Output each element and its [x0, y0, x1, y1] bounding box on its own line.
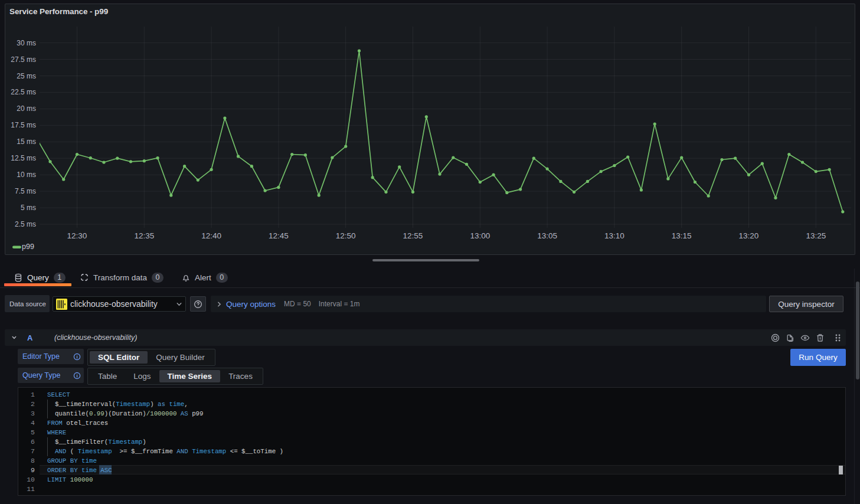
svg-text:7.5 ms: 7.5 ms — [15, 187, 36, 195]
svg-text:12:30: 12:30 — [67, 231, 87, 240]
svg-text:12:35: 12:35 — [134, 231, 154, 240]
svg-text:12:40: 12:40 — [201, 231, 221, 240]
svg-text:30 ms: 30 ms — [17, 39, 36, 47]
svg-text:17.5 ms: 17.5 ms — [11, 121, 36, 129]
svg-text:2.5 ms: 2.5 ms — [15, 220, 36, 228]
svg-text:5 ms: 5 ms — [21, 204, 36, 212]
svg-text:12:50: 12:50 — [336, 231, 356, 240]
svg-text:22.5 ms: 22.5 ms — [11, 88, 36, 96]
svg-text:13:00: 13:00 — [470, 231, 490, 240]
svg-text:10 ms: 10 ms — [17, 171, 36, 179]
svg-text:12:55: 12:55 — [403, 231, 423, 240]
svg-text:27.5 ms: 27.5 ms — [11, 55, 36, 64]
svg-text:13:25: 13:25 — [806, 231, 826, 240]
svg-text:12.5 ms: 12.5 ms — [11, 154, 36, 162]
svg-text:15 ms: 15 ms — [17, 138, 36, 146]
svg-text:p99: p99 — [22, 243, 34, 251]
svg-text:20 ms: 20 ms — [17, 104, 36, 113]
svg-text:12:45: 12:45 — [269, 231, 289, 240]
svg-text:13:05: 13:05 — [537, 231, 557, 240]
svg-text:25 ms: 25 ms — [17, 72, 36, 80]
svg-text:13:15: 13:15 — [672, 231, 692, 240]
svg-text:13:10: 13:10 — [604, 231, 624, 240]
svg-text:13:20: 13:20 — [739, 231, 759, 240]
